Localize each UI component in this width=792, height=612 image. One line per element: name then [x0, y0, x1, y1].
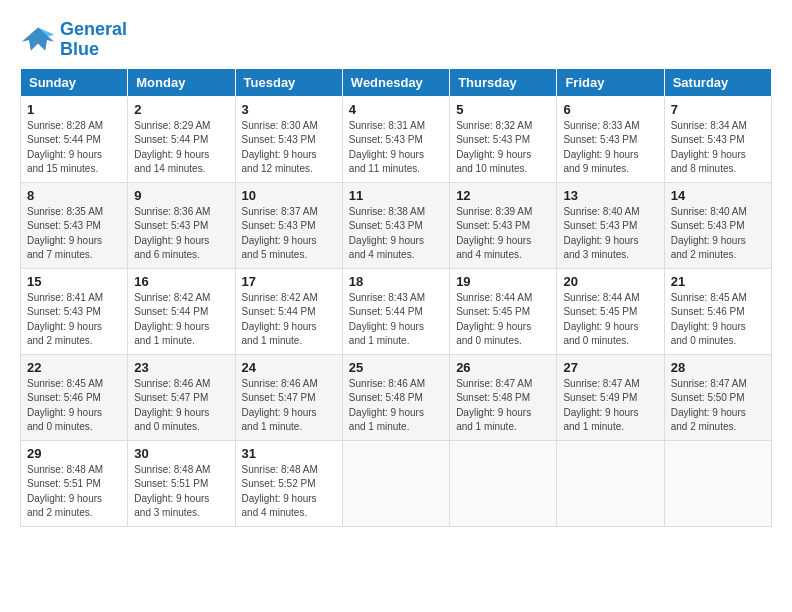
day-number: 21: [671, 274, 765, 289]
day-number: 25: [349, 360, 443, 375]
day-info: Sunrise: 8:30 AM Sunset: 5:43 PM Dayligh…: [242, 119, 336, 177]
calendar-week-row: 1 Sunrise: 8:28 AM Sunset: 5:44 PM Dayli…: [21, 96, 772, 182]
day-info: Sunrise: 8:43 AM Sunset: 5:44 PM Dayligh…: [349, 291, 443, 349]
calendar-cell: 22 Sunrise: 8:45 AM Sunset: 5:46 PM Dayl…: [21, 354, 128, 440]
day-info: Sunrise: 8:40 AM Sunset: 5:43 PM Dayligh…: [671, 205, 765, 263]
calendar-cell: 20 Sunrise: 8:44 AM Sunset: 5:45 PM Dayl…: [557, 268, 664, 354]
calendar-cell: 11 Sunrise: 8:38 AM Sunset: 5:43 PM Dayl…: [342, 182, 449, 268]
day-info: Sunrise: 8:48 AM Sunset: 5:51 PM Dayligh…: [27, 463, 121, 521]
day-number: 19: [456, 274, 550, 289]
day-number: 3: [242, 102, 336, 117]
day-info: Sunrise: 8:31 AM Sunset: 5:43 PM Dayligh…: [349, 119, 443, 177]
day-number: 4: [349, 102, 443, 117]
page-container: General Blue SundayMondayTuesdayWednesda…: [20, 20, 772, 527]
logo-icon: [20, 25, 56, 55]
day-info: Sunrise: 8:40 AM Sunset: 5:43 PM Dayligh…: [563, 205, 657, 263]
calendar-day-header: Tuesday: [235, 68, 342, 96]
day-info: Sunrise: 8:44 AM Sunset: 5:45 PM Dayligh…: [563, 291, 657, 349]
calendar-cell: [342, 440, 449, 526]
calendar-cell: [557, 440, 664, 526]
day-number: 11: [349, 188, 443, 203]
day-number: 7: [671, 102, 765, 117]
day-info: Sunrise: 8:32 AM Sunset: 5:43 PM Dayligh…: [456, 119, 550, 177]
calendar-cell: 24 Sunrise: 8:46 AM Sunset: 5:47 PM Dayl…: [235, 354, 342, 440]
day-number: 23: [134, 360, 228, 375]
day-info: Sunrise: 8:29 AM Sunset: 5:44 PM Dayligh…: [134, 119, 228, 177]
calendar-cell: 13 Sunrise: 8:40 AM Sunset: 5:43 PM Dayl…: [557, 182, 664, 268]
calendar-cell: 23 Sunrise: 8:46 AM Sunset: 5:47 PM Dayl…: [128, 354, 235, 440]
calendar-cell: 17 Sunrise: 8:42 AM Sunset: 5:44 PM Dayl…: [235, 268, 342, 354]
calendar-cell: [450, 440, 557, 526]
calendar-week-row: 8 Sunrise: 8:35 AM Sunset: 5:43 PM Dayli…: [21, 182, 772, 268]
calendar-cell: 6 Sunrise: 8:33 AM Sunset: 5:43 PM Dayli…: [557, 96, 664, 182]
logo-text: General Blue: [60, 20, 127, 60]
day-number: 29: [27, 446, 121, 461]
calendar-cell: 9 Sunrise: 8:36 AM Sunset: 5:43 PM Dayli…: [128, 182, 235, 268]
day-number: 27: [563, 360, 657, 375]
day-info: Sunrise: 8:47 AM Sunset: 5:49 PM Dayligh…: [563, 377, 657, 435]
day-number: 22: [27, 360, 121, 375]
day-number: 2: [134, 102, 228, 117]
day-info: Sunrise: 8:34 AM Sunset: 5:43 PM Dayligh…: [671, 119, 765, 177]
calendar-cell: [664, 440, 771, 526]
calendar-header-row: SundayMondayTuesdayWednesdayThursdayFrid…: [21, 68, 772, 96]
day-info: Sunrise: 8:36 AM Sunset: 5:43 PM Dayligh…: [134, 205, 228, 263]
calendar-cell: 5 Sunrise: 8:32 AM Sunset: 5:43 PM Dayli…: [450, 96, 557, 182]
day-info: Sunrise: 8:45 AM Sunset: 5:46 PM Dayligh…: [671, 291, 765, 349]
day-info: Sunrise: 8:48 AM Sunset: 5:52 PM Dayligh…: [242, 463, 336, 521]
calendar-cell: 31 Sunrise: 8:48 AM Sunset: 5:52 PM Dayl…: [235, 440, 342, 526]
svg-marker-0: [22, 27, 54, 50]
day-info: Sunrise: 8:28 AM Sunset: 5:44 PM Dayligh…: [27, 119, 121, 177]
calendar-cell: 3 Sunrise: 8:30 AM Sunset: 5:43 PM Dayli…: [235, 96, 342, 182]
calendar-cell: 29 Sunrise: 8:48 AM Sunset: 5:51 PM Dayl…: [21, 440, 128, 526]
day-number: 20: [563, 274, 657, 289]
day-info: Sunrise: 8:42 AM Sunset: 5:44 PM Dayligh…: [134, 291, 228, 349]
day-number: 18: [349, 274, 443, 289]
calendar-cell: 8 Sunrise: 8:35 AM Sunset: 5:43 PM Dayli…: [21, 182, 128, 268]
day-info: Sunrise: 8:38 AM Sunset: 5:43 PM Dayligh…: [349, 205, 443, 263]
day-info: Sunrise: 8:45 AM Sunset: 5:46 PM Dayligh…: [27, 377, 121, 435]
day-number: 14: [671, 188, 765, 203]
day-info: Sunrise: 8:47 AM Sunset: 5:48 PM Dayligh…: [456, 377, 550, 435]
calendar-cell: 10 Sunrise: 8:37 AM Sunset: 5:43 PM Dayl…: [235, 182, 342, 268]
day-number: 8: [27, 188, 121, 203]
logo: General Blue: [20, 20, 127, 60]
day-number: 28: [671, 360, 765, 375]
calendar-week-row: 22 Sunrise: 8:45 AM Sunset: 5:46 PM Dayl…: [21, 354, 772, 440]
calendar-cell: 16 Sunrise: 8:42 AM Sunset: 5:44 PM Dayl…: [128, 268, 235, 354]
calendar-cell: 21 Sunrise: 8:45 AM Sunset: 5:46 PM Dayl…: [664, 268, 771, 354]
day-number: 6: [563, 102, 657, 117]
day-number: 30: [134, 446, 228, 461]
day-number: 31: [242, 446, 336, 461]
calendar-table: SundayMondayTuesdayWednesdayThursdayFrid…: [20, 68, 772, 527]
day-info: Sunrise: 8:37 AM Sunset: 5:43 PM Dayligh…: [242, 205, 336, 263]
day-info: Sunrise: 8:46 AM Sunset: 5:47 PM Dayligh…: [134, 377, 228, 435]
day-info: Sunrise: 8:48 AM Sunset: 5:51 PM Dayligh…: [134, 463, 228, 521]
calendar-cell: 1 Sunrise: 8:28 AM Sunset: 5:44 PM Dayli…: [21, 96, 128, 182]
calendar-day-header: Thursday: [450, 68, 557, 96]
day-info: Sunrise: 8:46 AM Sunset: 5:48 PM Dayligh…: [349, 377, 443, 435]
day-info: Sunrise: 8:35 AM Sunset: 5:43 PM Dayligh…: [27, 205, 121, 263]
calendar-cell: 2 Sunrise: 8:29 AM Sunset: 5:44 PM Dayli…: [128, 96, 235, 182]
calendar-cell: 28 Sunrise: 8:47 AM Sunset: 5:50 PM Dayl…: [664, 354, 771, 440]
day-number: 24: [242, 360, 336, 375]
calendar-cell: 4 Sunrise: 8:31 AM Sunset: 5:43 PM Dayli…: [342, 96, 449, 182]
day-number: 12: [456, 188, 550, 203]
day-info: Sunrise: 8:33 AM Sunset: 5:43 PM Dayligh…: [563, 119, 657, 177]
calendar-cell: 14 Sunrise: 8:40 AM Sunset: 5:43 PM Dayl…: [664, 182, 771, 268]
day-info: Sunrise: 8:41 AM Sunset: 5:43 PM Dayligh…: [27, 291, 121, 349]
day-number: 1: [27, 102, 121, 117]
day-info: Sunrise: 8:46 AM Sunset: 5:47 PM Dayligh…: [242, 377, 336, 435]
calendar-cell: 30 Sunrise: 8:48 AM Sunset: 5:51 PM Dayl…: [128, 440, 235, 526]
calendar-cell: 26 Sunrise: 8:47 AM Sunset: 5:48 PM Dayl…: [450, 354, 557, 440]
day-number: 16: [134, 274, 228, 289]
calendar-day-header: Monday: [128, 68, 235, 96]
calendar-week-row: 29 Sunrise: 8:48 AM Sunset: 5:51 PM Dayl…: [21, 440, 772, 526]
day-info: Sunrise: 8:44 AM Sunset: 5:45 PM Dayligh…: [456, 291, 550, 349]
day-number: 17: [242, 274, 336, 289]
day-number: 15: [27, 274, 121, 289]
header: General Blue: [20, 20, 772, 60]
day-info: Sunrise: 8:39 AM Sunset: 5:43 PM Dayligh…: [456, 205, 550, 263]
calendar-cell: 15 Sunrise: 8:41 AM Sunset: 5:43 PM Dayl…: [21, 268, 128, 354]
calendar-cell: 12 Sunrise: 8:39 AM Sunset: 5:43 PM Dayl…: [450, 182, 557, 268]
